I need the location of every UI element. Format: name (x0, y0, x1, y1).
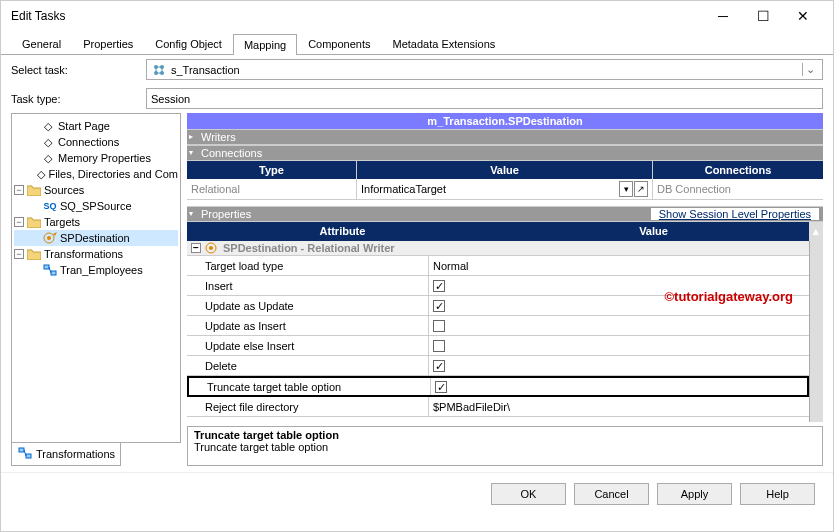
diamond-icon: ◇ (40, 119, 56, 133)
tree-panel: ◇Start Page ◇Connections ◇Memory Propert… (11, 113, 181, 466)
checkbox-icon[interactable] (433, 360, 445, 372)
tree-sources[interactable]: −Sources (14, 182, 178, 198)
task-type-row: Task type: Session (1, 84, 833, 113)
connection-row[interactable]: Relational InformaticaTarget ▾ ↗ DB Conn… (187, 179, 823, 200)
conn-type-cell: Relational (187, 179, 357, 199)
task-type-field: Session (146, 88, 823, 109)
attr-delete[interactable]: Delete (187, 356, 809, 376)
target-icon (42, 231, 58, 245)
select-task-dropdown[interactable]: s_Transaction ⌄ (146, 59, 823, 80)
properties-label: Properties (201, 208, 251, 220)
checkbox-icon[interactable] (433, 300, 445, 312)
apply-button[interactable]: Apply (657, 483, 732, 505)
select-task-value: s_Transaction (171, 64, 802, 76)
minimize-button[interactable]: ─ (703, 1, 743, 31)
task-type-value: Session (151, 93, 818, 105)
diamond-icon: ◇ (36, 167, 47, 181)
conn-value-cell[interactable]: InformaticaTarget ▾ ↗ (357, 179, 653, 199)
maximize-button[interactable]: ☐ (743, 1, 783, 31)
tree-tran-employees[interactable]: Tran_Employees (14, 262, 178, 278)
detail-panel: m_Transaction.SPDestination ▸Writers ▾Co… (187, 113, 823, 466)
diamond-icon: ◇ (40, 151, 56, 165)
folder-icon (26, 247, 42, 261)
tree-sq-spsource[interactable]: SQSQ_SPSource (14, 198, 178, 214)
tab-metadata-extensions[interactable]: Metadata Extensions (382, 33, 507, 54)
svg-rect-6 (44, 265, 49, 269)
help-button[interactable]: Help (740, 483, 815, 505)
trans-icon (42, 263, 58, 277)
checkbox-icon[interactable] (433, 340, 445, 352)
titlebar: Edit Tasks ─ ☐ ✕ (1, 1, 833, 31)
attribute-columns: Attribute Value ▴ (187, 222, 823, 241)
tree-tab-transformations[interactable]: Transformations (11, 443, 121, 466)
tree-files-directories[interactable]: ◇Files, Directories and Com (14, 166, 178, 182)
tab-properties[interactable]: Properties (72, 33, 144, 54)
description-title: Truncate target table option (194, 429, 816, 441)
tree-spdestination[interactable]: SPDestination (14, 230, 178, 246)
attribute-grid: −SPDestination - Relational Writer Targe… (187, 241, 823, 422)
svg-rect-8 (19, 448, 24, 452)
attr-insert[interactable]: Insert (187, 276, 809, 296)
svg-point-11 (209, 246, 213, 250)
properties-header[interactable]: ▾ Properties Show Session Level Properti… (187, 206, 823, 222)
checkbox-icon[interactable] (433, 320, 445, 332)
tree-start-page[interactable]: ◇Start Page (14, 118, 178, 134)
writers-header[interactable]: ▸Writers (187, 129, 823, 145)
col-connections: Connections (653, 161, 823, 179)
description-body: Truncate target table option (194, 441, 816, 453)
folder-icon (26, 183, 42, 197)
description-box: Truncate target table option Truncate ta… (187, 426, 823, 466)
cancel-button[interactable]: Cancel (574, 483, 649, 505)
show-session-level-link[interactable]: Show Session Level Properties (651, 208, 819, 220)
attr-target-load-type[interactable]: Target load typeNormal (187, 256, 809, 276)
checkbox-icon[interactable] (433, 280, 445, 292)
close-button[interactable]: ✕ (783, 1, 823, 31)
vertical-scrollbar[interactable] (809, 241, 823, 422)
navigation-tree[interactable]: ◇Start Page ◇Connections ◇Memory Propert… (11, 113, 181, 443)
attr-update-else-insert[interactable]: Update else Insert (187, 336, 809, 356)
svg-rect-7 (51, 271, 56, 275)
conn-connections-cell: DB Connection (653, 179, 823, 199)
folder-icon (26, 215, 42, 229)
connections-header[interactable]: ▾Connections (187, 145, 823, 161)
tab-strip: General Properties Config Object Mapping… (1, 31, 833, 55)
collapse-icon[interactable]: − (14, 249, 24, 259)
tab-components[interactable]: Components (297, 33, 381, 54)
sq-icon: SQ (42, 199, 58, 213)
tree-transformations[interactable]: −Transformations (14, 246, 178, 262)
attr-update-as-insert[interactable]: Update as Insert (187, 316, 809, 336)
svg-point-5 (47, 236, 51, 240)
window-title: Edit Tasks (11, 9, 703, 23)
tab-mapping[interactable]: Mapping (233, 34, 297, 55)
tab-config-object[interactable]: Config Object (144, 33, 233, 54)
attr-reject-file-dir[interactable]: Reject file directory$PMBadFileDir\ (187, 397, 809, 417)
tab-general[interactable]: General (11, 33, 72, 54)
section-title: m_Transaction.SPDestination (187, 113, 823, 129)
ok-button[interactable]: OK (491, 483, 566, 505)
tree-tab-label: Transformations (36, 448, 115, 460)
collapse-icon[interactable]: − (14, 217, 24, 227)
collapse-icon[interactable]: − (14, 185, 24, 195)
tree-connections[interactable]: ◇Connections (14, 134, 178, 150)
tree-memory-properties[interactable]: ◇Memory Properties (14, 150, 178, 166)
tree-targets[interactable]: −Targets (14, 214, 178, 230)
transformations-icon (18, 447, 32, 461)
diamond-icon: ◇ (40, 135, 56, 149)
chevron-down-icon: ⌄ (802, 63, 818, 76)
browse-icon[interactable]: ↗ (634, 181, 648, 197)
target-icon (205, 242, 219, 254)
dropdown-icon[interactable]: ▾ (619, 181, 633, 197)
select-task-label: Select task: (11, 64, 146, 76)
checkbox-icon[interactable] (435, 381, 447, 393)
group-spdestination[interactable]: −SPDestination - Relational Writer (187, 241, 809, 256)
svg-rect-9 (26, 454, 31, 458)
task-type-label: Task type: (11, 93, 146, 105)
col-type: Type (187, 161, 357, 179)
dialog-footer: OK Cancel Apply Help (1, 472, 833, 515)
session-icon (151, 62, 167, 78)
conn-value-text: InformaticaTarget (361, 183, 618, 195)
attr-update-as-update[interactable]: Update as Update (187, 296, 809, 316)
attr-truncate-target[interactable]: Truncate target table option (187, 376, 809, 397)
col-attr-value: Value (498, 222, 809, 241)
connections-columns: Type Value Connections (187, 161, 823, 179)
